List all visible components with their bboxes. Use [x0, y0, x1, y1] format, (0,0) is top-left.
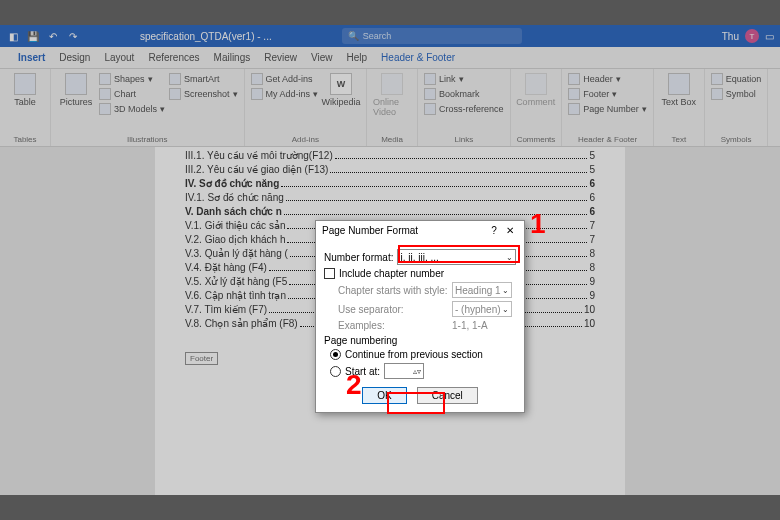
chapter-style-label: Chapter starts with style: — [338, 285, 448, 296]
separator-select: - (hyphen)⌄ — [452, 301, 512, 317]
start-at-label: Start at: — [345, 366, 380, 377]
help-icon[interactable]: ? — [486, 225, 502, 236]
continue-radio[interactable] — [330, 349, 341, 360]
chevron-down-icon: ⌄ — [506, 253, 513, 262]
include-chapter-label: Include chapter number — [339, 268, 444, 279]
start-at-input[interactable]: ▵▿ — [384, 363, 424, 379]
start-at-radio[interactable] — [330, 366, 341, 377]
continue-label: Continue from previous section — [345, 349, 483, 360]
page-number-format-dialog: Page Number Format ? ✕ Number format: i,… — [315, 220, 525, 413]
separator-label: Use separator: — [338, 304, 448, 315]
close-icon[interactable]: ✕ — [502, 225, 518, 236]
ok-button[interactable]: OK — [362, 387, 406, 404]
dialog-title: Page Number Format — [322, 225, 486, 236]
number-format-select[interactable]: i, ii, iii, ...⌄ — [397, 249, 516, 265]
include-chapter-checkbox[interactable] — [324, 268, 335, 279]
examples-value: 1-1, 1-A — [452, 320, 488, 331]
page-numbering-label: Page numbering — [324, 335, 516, 346]
examples-label: Examples: — [338, 320, 448, 331]
cancel-button[interactable]: Cancel — [417, 387, 478, 404]
chapter-style-select: Heading 1⌄ — [452, 282, 512, 298]
number-format-label: Number format: — [324, 252, 393, 263]
